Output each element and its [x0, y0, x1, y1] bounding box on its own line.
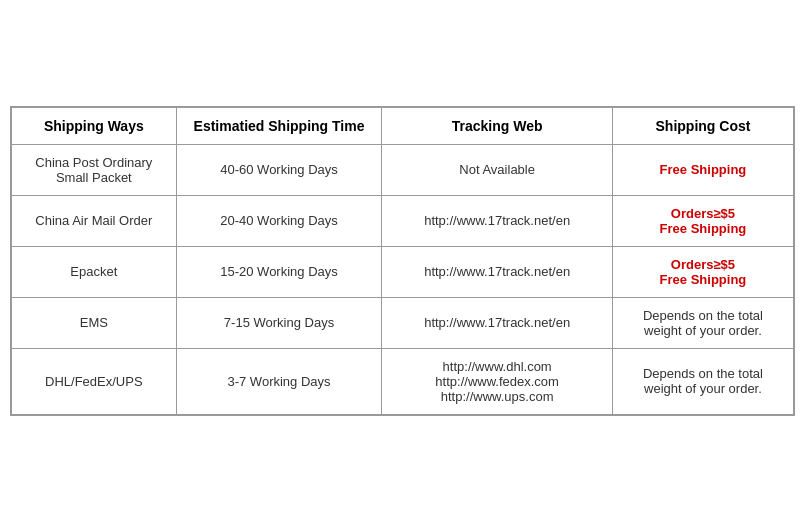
shipping-way-china-post: China Post Ordinary Small Packet [12, 144, 177, 195]
shipping-way-dhl: DHL/FedEx/UPS [12, 348, 177, 414]
tracking-china-air: http://www.17track.net/en [382, 195, 612, 246]
est-time-ems: 7-15 Working Days [176, 297, 382, 348]
cost-ems: Depends on the total weight of your orde… [612, 297, 793, 348]
tracking-dhl-line3: http://www.ups.com [441, 389, 554, 404]
tracking-ems: http://www.17track.net/en [382, 297, 612, 348]
cost-line2: Free Shipping [660, 221, 747, 236]
cost-line1: Orders≥$5 [671, 206, 735, 221]
header-shipping-ways: Shipping Ways [12, 107, 177, 144]
header-est-time: Estimatied Shipping Time [176, 107, 382, 144]
shipping-table: Shipping Ways Estimatied Shipping Time T… [11, 107, 794, 415]
tracking-dhl: http://www.dhl.com http://www.fedex.com … [382, 348, 612, 414]
header-shipping-cost: Shipping Cost [612, 107, 793, 144]
table-row: China Air Mail Order 20-40 Working Days … [12, 195, 794, 246]
shipping-way-china-air: China Air Mail Order [12, 195, 177, 246]
table-row: China Post Ordinary Small Packet 40-60 W… [12, 144, 794, 195]
table-row: DHL/FedEx/UPS 3-7 Working Days http://ww… [12, 348, 794, 414]
tracking-epacket: http://www.17track.net/en [382, 246, 612, 297]
cost-china-post: Free Shipping [612, 144, 793, 195]
cost-line2: Free Shipping [660, 272, 747, 287]
est-time-dhl: 3-7 Working Days [176, 348, 382, 414]
tracking-china-post: Not Available [382, 144, 612, 195]
table-row: EMS 7-15 Working Days http://www.17track… [12, 297, 794, 348]
table-row: Epacket 15-20 Working Days http://www.17… [12, 246, 794, 297]
est-time-china-post: 40-60 Working Days [176, 144, 382, 195]
cost-dhl: Depends on the total weight of your orde… [612, 348, 793, 414]
est-time-epacket: 15-20 Working Days [176, 246, 382, 297]
tracking-dhl-line1: http://www.dhl.com [443, 359, 552, 374]
shipping-way-ems: EMS [12, 297, 177, 348]
table-header-row: Shipping Ways Estimatied Shipping Time T… [12, 107, 794, 144]
tracking-dhl-line2: http://www.fedex.com [435, 374, 559, 389]
cost-china-air: Orders≥$5 Free Shipping [612, 195, 793, 246]
cost-line1: Orders≥$5 [671, 257, 735, 272]
est-time-china-air: 20-40 Working Days [176, 195, 382, 246]
cost-epacket: Orders≥$5 Free Shipping [612, 246, 793, 297]
header-tracking-web: Tracking Web [382, 107, 612, 144]
shipping-way-epacket: Epacket [12, 246, 177, 297]
shipping-table-container: Shipping Ways Estimatied Shipping Time T… [10, 106, 795, 416]
